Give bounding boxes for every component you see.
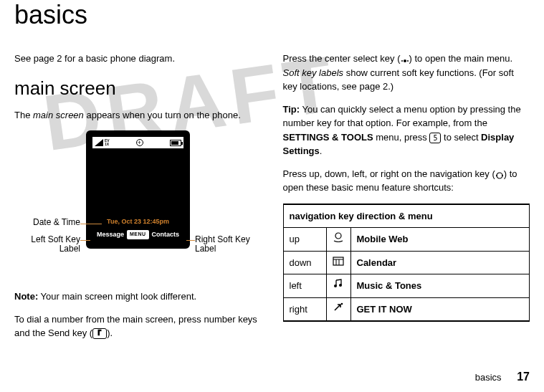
table-row: up Mobile Web xyxy=(283,228,530,252)
dir-cell: down xyxy=(283,251,326,274)
page-title: basics xyxy=(14,0,530,30)
page-number: 17 xyxy=(517,371,530,383)
tip-a: You can quickly select a menu option by … xyxy=(283,104,521,129)
table-row: right GET IT NOW xyxy=(283,297,530,321)
svg-point-3 xyxy=(497,173,502,178)
dial-pre: To dial a number from the main screen, p… xyxy=(14,314,257,339)
label-cell: Music & Tones xyxy=(350,274,530,298)
label-cell: Calendar xyxy=(350,251,530,274)
battery-icon xyxy=(170,140,181,146)
dial-paragraph: To dial a number from the main screen, p… xyxy=(14,312,262,340)
left-softkey-label: Message xyxy=(97,230,124,240)
status-right xyxy=(170,140,181,146)
section-heading: main screen xyxy=(14,75,262,102)
note-label: Note: xyxy=(14,291,38,302)
calendar-icon xyxy=(333,256,344,266)
page-content: basics See page 2 for a basic phone diag… xyxy=(0,0,544,349)
svg-point-6 xyxy=(335,233,341,239)
svg-point-14 xyxy=(341,302,343,305)
onex-label: 1X xyxy=(105,142,109,146)
icon-cell xyxy=(326,251,350,274)
note-paragraph: Note: Your main screen might look differ… xyxy=(14,290,262,304)
callout-right-line2: Label xyxy=(195,244,216,254)
callout-left-line1: Left Soft Key xyxy=(31,234,80,244)
table-header: navigation key direction & menu xyxy=(283,204,530,228)
row-label: Music & Tones xyxy=(357,280,422,291)
label-cell: Mobile Web xyxy=(350,228,530,252)
p3-pre: Press up, down, left, or right on the na… xyxy=(283,168,495,179)
main-screen-desc: The main screen appears when you turn on… xyxy=(14,108,262,123)
keycap-5: 5 xyxy=(429,133,441,143)
two-column-layout: See page 2 for a basic phone diagram. ma… xyxy=(14,52,530,349)
location-icon xyxy=(136,139,143,146)
desc-post: appears when you turn on the phone. xyxy=(84,110,241,120)
table-row: down Calendar xyxy=(283,251,530,274)
row-label: Calendar xyxy=(357,257,397,268)
phone-screen: EV 1X Tue, Oct 23 12:45pm Message xyxy=(92,137,183,242)
phone-figure: EV 1X Tue, Oct 23 12:45pm Message xyxy=(14,130,251,281)
note-text: Your main screen might look different. xyxy=(38,291,196,302)
dial-post: ). xyxy=(107,328,113,338)
signal-icon xyxy=(95,139,103,146)
page-footer: basics 17 xyxy=(475,371,530,383)
dir-cell: right xyxy=(283,297,326,321)
table-row: left Music & Tones xyxy=(283,274,530,298)
callout-left-softkey: Left Soft Key Label xyxy=(14,235,80,254)
svg-point-1 xyxy=(401,60,403,62)
tip-paragraph: Tip: You can quickly select a menu optio… xyxy=(283,102,530,158)
status-bar: EV 1X xyxy=(92,137,183,148)
svg-point-2 xyxy=(407,60,409,62)
network-indicator: EV 1X xyxy=(105,139,110,146)
callout-right-line1: Right Soft Key xyxy=(195,234,250,244)
tip-d: . xyxy=(320,145,323,156)
svg-point-0 xyxy=(404,59,406,62)
desc-em: main screen xyxy=(33,110,84,120)
leader-line xyxy=(186,240,195,241)
send-key-icon xyxy=(92,328,107,339)
desc-pre: The xyxy=(14,110,33,120)
table-header-row: navigation key direction & menu xyxy=(283,204,530,228)
globe-hand-icon xyxy=(333,232,344,242)
tip-label: Tip: xyxy=(283,104,300,115)
leader-line xyxy=(80,240,90,241)
navkey-paragraph: Press up, down, left, or right on the na… xyxy=(283,167,530,195)
row-label: GET IT NOW xyxy=(357,304,412,315)
softkey-row: Message MENU Contacts xyxy=(92,230,183,240)
nav-key-icon xyxy=(495,170,504,178)
tip-b: menu, press xyxy=(373,132,430,143)
tip-menu-name: SETTINGS & TOOLS xyxy=(283,132,373,143)
phone-outline: EV 1X Tue, Oct 23 12:45pm Message xyxy=(86,130,190,249)
p1-pre: Press the center select key ( xyxy=(283,53,401,64)
dir-cell: up xyxy=(283,228,326,252)
nav-table: navigation key direction & menu up Mobil… xyxy=(283,204,530,322)
tip-c: to select xyxy=(441,132,481,143)
right-softkey-label: Contacts xyxy=(151,230,179,240)
callout-datetime: Date & Time xyxy=(14,218,80,227)
datetime-text: Tue, Oct 23 12:45pm xyxy=(92,217,183,227)
dir-cell: left xyxy=(283,274,326,298)
footer-section: basics xyxy=(475,372,502,383)
menu-pill: MENU xyxy=(127,230,149,239)
svg-point-5 xyxy=(502,175,503,176)
callout-right-softkey: Right Soft Key Label xyxy=(195,235,259,254)
arrow-icon xyxy=(333,302,344,312)
leader-line xyxy=(80,224,102,224)
svg-point-4 xyxy=(496,175,497,176)
svg-rect-7 xyxy=(333,257,343,265)
intro-text: See page 2 for a basic phone diagram. xyxy=(14,52,262,66)
p1-mid: ) to open the main menu. xyxy=(409,53,513,64)
center-key-paragraph: Press the center select key () to open t… xyxy=(283,52,530,94)
status-left: EV 1X xyxy=(95,139,110,146)
row-label: Mobile Web xyxy=(357,234,409,244)
right-column: Press the center select key () to open t… xyxy=(283,52,530,349)
p1-em: Soft key labels xyxy=(283,67,344,78)
left-column: See page 2 for a basic phone diagram. ma… xyxy=(14,52,262,349)
center-select-icon xyxy=(401,55,409,64)
callout-left-line2: Label xyxy=(59,244,80,254)
music-note-icon xyxy=(333,279,344,289)
label-cell: GET IT NOW xyxy=(350,297,530,321)
icon-cell xyxy=(326,228,350,252)
icon-cell xyxy=(326,297,350,321)
icon-cell xyxy=(326,274,350,298)
svg-point-12 xyxy=(339,284,342,287)
